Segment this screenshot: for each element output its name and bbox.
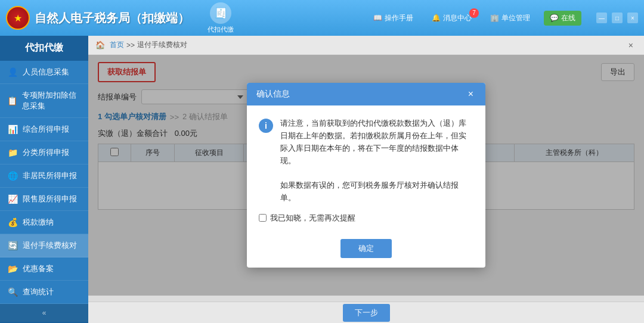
messages-icon: 🔔	[432, 14, 441, 22]
modal-overlay: 确认信息 × i 请注意，当前获取到的代扣代缴税款数据为入（退）库日期在上年的数…	[88, 55, 644, 296]
modal-header: 确认信息 ×	[247, 83, 485, 105]
sidebar-item-classified[interactable]: 📁 分类所得申报	[0, 141, 88, 164]
sidebar-label-personnel: 人员信息采集	[23, 67, 69, 77]
elite-archive-icon: 📂	[7, 264, 18, 274]
title-center: 🧾 代扣代缴	[208, 2, 234, 34]
query-stats-icon: 🔍	[7, 287, 18, 297]
modal-confirm-button[interactable]: 确定	[340, 239, 392, 258]
title-right: 📖 操作手册 🔔 消息中心 7 🏢 单位管理 💬 在线 — □ ×	[369, 11, 638, 26]
refund-check-icon: 🔄	[7, 241, 18, 250]
unit-mgmt-label: 单位管理	[501, 13, 530, 23]
center-label: 代扣代缴	[208, 25, 234, 34]
dont-remind-checkbox[interactable]	[259, 214, 267, 222]
center-icon: 🧾	[210, 2, 231, 24]
modal-body: i 请注意，当前获取到的代扣代缴税款数据为入（退）库日期在上年的数据。若扣缴税款…	[247, 105, 485, 233]
bottom-bar: 下一步	[88, 302, 644, 323]
sidebar-item-special-deduction[interactable]: 📋 专项附加扣除信息采集	[0, 84, 88, 118]
sidebar: 代扣代缴 👤 人员信息采集 📋 专项附加扣除信息采集 📊 综合所得申报 📁 分类…	[0, 36, 88, 323]
messages-label: 消息中心	[443, 13, 472, 23]
manual-button[interactable]: 📖 操作手册	[369, 11, 418, 26]
sidebar-label-refund-check: 退付手续费核对	[23, 240, 77, 251]
sidebar-item-non-resident[interactable]: 🌐 非居民所得申报	[0, 164, 88, 188]
modal-footer: 确定	[247, 233, 485, 268]
modal-body-text: 请注意，当前获取到的代扣代缴税款数据为入（退）库日期在上年的数据。若扣缴税款所属…	[280, 117, 473, 204]
sidebar-item-comprehensive[interactable]: 📊 综合所得申报	[0, 118, 88, 141]
sidebar-label-non-resident: 非居民所得申报	[23, 170, 77, 181]
sidebar-label-restricted-stock: 限售股所得申报	[23, 194, 77, 204]
personnel-icon: 👤	[7, 67, 18, 77]
confirm-modal: 确认信息 × i 请注意，当前获取到的代扣代缴税款数据为入（退）库日期在上年的数…	[247, 83, 485, 268]
manual-label: 操作手册	[385, 13, 413, 23]
classified-icon: 📁	[7, 148, 18, 157]
online-label: 在线	[561, 13, 575, 23]
modal-info-icon: i	[259, 119, 273, 133]
restricted-stock-icon: 📈	[7, 194, 18, 204]
sidebar-item-tax-payment[interactable]: 💰 税款缴纳	[0, 211, 88, 234]
horizontal-scrollbar[interactable]	[88, 296, 644, 302]
sidebar-header: 代扣代缴	[0, 36, 88, 61]
sidebar-item-query-stats[interactable]: 🔍 查询统计	[0, 281, 88, 304]
breadcrumb-current: 退付手续费核对	[137, 40, 187, 50]
special-deduction-icon: 📋	[7, 96, 17, 105]
sidebar-item-restricted-stock[interactable]: 📈 限售股所得申报	[0, 188, 88, 211]
sidebar-label-comprehensive: 综合所得申报	[23, 124, 69, 135]
sidebar-label-tax-payment: 税款缴纳	[23, 217, 54, 228]
breadcrumb: 首页 >> 退付手续费核对	[110, 40, 187, 50]
content-area: 🏠 首页 >> 退付手续费核对 × 获取结报单 导出 结报单编号 申请状态	[88, 36, 644, 323]
close-button[interactable]: ×	[627, 13, 638, 23]
tax-payment-icon: 💰	[7, 218, 18, 227]
close-content-button[interactable]: ×	[625, 39, 637, 51]
sidebar-label-classified: 分类所得申报	[23, 147, 69, 158]
messages-button-wrap: 🔔 消息中心 7	[427, 11, 476, 26]
modal-close-button[interactable]: ×	[466, 89, 476, 100]
breadcrumb-separator: >>	[126, 41, 135, 49]
home-icon: 🏠	[95, 41, 105, 49]
maximize-button[interactable]: □	[612, 13, 623, 23]
main-layout: 代扣代缴 👤 人员信息采集 📋 专项附加扣除信息采集 📊 综合所得申报 📁 分类…	[0, 36, 644, 323]
non-resident-icon: 🌐	[7, 171, 18, 181]
manual-icon: 📖	[373, 14, 382, 22]
sidebar-label-query-stats: 查询统计	[23, 287, 54, 297]
minimize-button[interactable]: —	[596, 13, 607, 23]
dont-remind-label: 我已知晓，无需再次提醒	[270, 213, 355, 223]
modal-title: 确认信息	[256, 89, 290, 100]
modal-checkbox-row: 我已知晓，无需再次提醒	[259, 213, 473, 223]
next-step-button[interactable]: 下一步	[343, 304, 390, 322]
unit-mgmt-icon: 🏢	[490, 14, 499, 22]
sub-header: 🏠 首页 >> 退付手续费核对 ×	[88, 36, 644, 55]
sidebar-label-special-deduction: 专项附加扣除信息采集	[22, 90, 81, 111]
message-badge: 7	[469, 8, 479, 18]
title-bar: ★ 自然人电子税务局（扣缴端） 🧾 代扣代缴 📖 操作手册 🔔 消息中心 7 🏢…	[0, 0, 644, 36]
online-icon: 💬	[550, 14, 559, 22]
logo-area: ★ 自然人电子税务局（扣缴端）	[6, 6, 190, 30]
sidebar-label-elite-archive: 优惠备案	[23, 263, 54, 274]
comprehensive-icon: 📊	[7, 125, 18, 134]
sidebar-item-refund-check[interactable]: 🔄 退付手续费核对	[0, 234, 88, 257]
app-title: 自然人电子税务局（扣缴端）	[35, 10, 190, 26]
modal-info-row: i 请注意，当前获取到的代扣代缴税款数据为入（退）库日期在上年的数据。若扣缴税款…	[259, 117, 473, 204]
breadcrumb-home[interactable]: 首页	[110, 40, 124, 50]
app-logo: ★	[6, 6, 30, 30]
sidebar-collapse-button[interactable]: «	[0, 304, 88, 322]
online-button[interactable]: 💬 在线	[544, 11, 581, 26]
window-controls: — □ ×	[596, 13, 638, 23]
sidebar-item-elite-archive[interactable]: 📂 优惠备案	[0, 257, 88, 281]
sidebar-item-personnel[interactable]: 👤 人员信息采集	[0, 61, 88, 84]
page-content: 获取结报单 导出 结报单编号 申请状态 | —— ? 1 勾选单户核对清册 >>…	[88, 55, 644, 296]
unit-mgmt-button[interactable]: 🏢 单位管理	[485, 11, 535, 26]
